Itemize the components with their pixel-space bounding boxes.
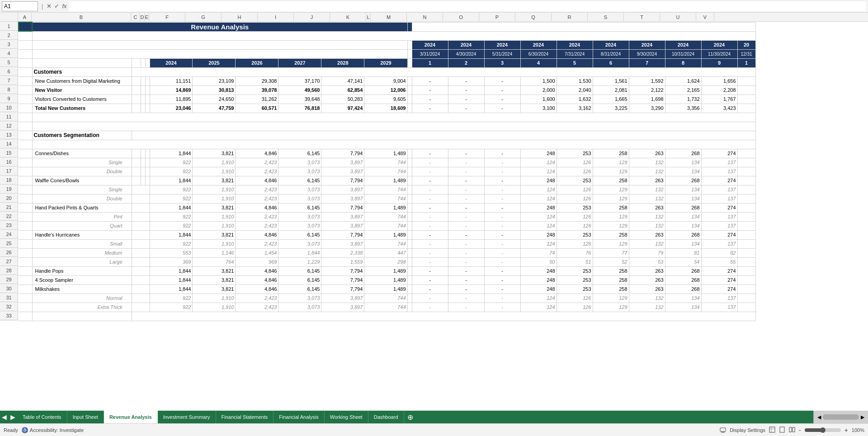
zoom-in-icon[interactable]: + xyxy=(844,427,848,434)
cell-B1[interactable]: Revenue Analysis xyxy=(32,22,407,31)
cell-K15: 1,489 xyxy=(364,149,407,158)
scroll-left-icon[interactable]: ◀ xyxy=(817,414,821,420)
grid-content[interactable]: Revenue Analysis 2024 2024 2024 2024 202… xyxy=(18,22,868,321)
cell-O18: - xyxy=(484,176,520,185)
row-num-14: 14 xyxy=(0,139,18,148)
col-L[interactable]: L xyxy=(366,13,371,21)
cell-H26: 1,454 xyxy=(236,248,278,257)
cell-B32: Extra Thick xyxy=(32,303,132,312)
col-K[interactable]: K xyxy=(330,13,366,21)
cell-G7: 23,109 xyxy=(193,76,236,85)
tab-table-of-contents[interactable]: Table of Contents xyxy=(17,411,67,423)
col-S[interactable]: S xyxy=(588,13,624,21)
display-icon-svg xyxy=(720,427,726,433)
cell-A12 xyxy=(19,122,32,131)
scroll-right-icon[interactable]: ▶ xyxy=(861,414,864,420)
col-Q[interactable]: Q xyxy=(515,13,552,21)
add-sheet-button[interactable]: ⊕ xyxy=(404,411,417,423)
cell-H8: 39,078 xyxy=(236,85,278,95)
col-B[interactable]: B xyxy=(32,13,131,21)
col-P[interactable]: P xyxy=(479,13,515,21)
cell-N9: - xyxy=(448,95,484,104)
col-I[interactable]: I xyxy=(258,13,294,21)
view-page-layout-icon[interactable] xyxy=(779,427,785,434)
cell-S32: 132 xyxy=(629,303,665,312)
cell-O22: - xyxy=(484,212,520,221)
cell-M32: - xyxy=(412,303,448,312)
formula-input[interactable] xyxy=(69,1,866,11)
cell-U5: 9 xyxy=(701,58,737,67)
zoom-slider[interactable] xyxy=(805,428,841,432)
cell-S4: 9/30/2024 xyxy=(629,49,665,58)
cell-B17: Double xyxy=(32,167,132,176)
cell-G19: 1,910 xyxy=(193,185,236,194)
cell-I22: 3,073 xyxy=(278,212,321,221)
zoom-out-icon[interactable]: - xyxy=(799,427,801,434)
cell-J9: 50,283 xyxy=(321,95,364,104)
col-C[interactable]: C xyxy=(131,13,140,21)
tab-dashboard[interactable]: Dashboard xyxy=(368,411,404,423)
cell-rest-6 xyxy=(132,67,755,76)
cell-V15 xyxy=(737,149,755,158)
cell-R18: 258 xyxy=(593,176,629,185)
cell-B9: Visitors Converted to Customers xyxy=(32,95,132,104)
cell-N7: - xyxy=(448,76,484,85)
zoom-thumb[interactable] xyxy=(820,427,826,433)
cell-Q28: 253 xyxy=(557,266,593,275)
col-J[interactable]: J xyxy=(294,13,330,21)
cell-O8: - xyxy=(484,85,520,95)
cell-F5: 2024 xyxy=(150,58,193,67)
row-num-30: 30 xyxy=(0,284,18,293)
col-E[interactable]: E xyxy=(145,13,149,21)
col-T[interactable]: T xyxy=(624,13,660,21)
tab-working-sheet[interactable]: Working Sheet xyxy=(325,411,368,423)
cell-M5: 1 xyxy=(412,58,448,67)
scroll-thumb[interactable] xyxy=(823,414,859,420)
col-A[interactable]: A xyxy=(18,13,32,21)
cell-A1[interactable] xyxy=(19,22,32,31)
cell-A24 xyxy=(19,230,32,239)
row-7: New Customers from Digital Marketing 11,… xyxy=(19,76,755,85)
tab-financial-analysis[interactable]: Financial Analysis xyxy=(274,411,324,423)
col-F[interactable]: F xyxy=(149,13,185,21)
col-G[interactable]: G xyxy=(185,13,222,21)
cell-O29: - xyxy=(484,275,520,284)
cell-B24: Handle's Hurricanes xyxy=(32,230,132,239)
cell-G25: 1,910 xyxy=(193,239,236,248)
tab-financial-statements[interactable]: Financial Statements xyxy=(216,411,274,423)
tab-input-sheet[interactable]: Input Sheet xyxy=(67,411,104,423)
col-D[interactable]: D xyxy=(140,13,145,21)
cell-N4: 4/30/2024 xyxy=(448,49,484,58)
tab-revenue-analysis[interactable]: Revenue Analysis xyxy=(104,411,158,423)
col-R[interactable]: R xyxy=(552,13,588,21)
accessibility-icon-svg: ♿ xyxy=(22,427,28,433)
tab-investment-summary[interactable]: Investment Summary xyxy=(158,411,216,423)
col-U[interactable]: U xyxy=(660,13,696,21)
cell-Q26: 76 xyxy=(557,248,593,257)
cell-Q27: 51 xyxy=(557,257,593,266)
cell-R5: 6 xyxy=(593,58,629,67)
cell-V17 xyxy=(737,167,755,176)
cell-A19 xyxy=(19,185,32,194)
cell-O20: - xyxy=(484,194,520,203)
row-num-19: 19 xyxy=(0,185,18,194)
cell-V5: 1 xyxy=(737,58,755,67)
view-normal-icon[interactable] xyxy=(769,427,775,434)
view-page-break-icon[interactable] xyxy=(789,427,795,434)
tab-scroll-left[interactable]: ◀ xyxy=(0,411,9,423)
col-H[interactable]: H xyxy=(222,13,258,21)
scrollbar-area[interactable]: ◀ ▶ xyxy=(813,411,868,423)
cell-N29: - xyxy=(448,275,484,284)
col-V[interactable]: V xyxy=(696,13,714,21)
col-O[interactable]: O xyxy=(443,13,479,21)
row-num-32: 32 xyxy=(0,302,18,311)
col-N[interactable]: N xyxy=(407,13,443,21)
cell-Q31: 126 xyxy=(557,294,593,303)
cell-L4 xyxy=(407,49,412,58)
cell-G8: 30,813 xyxy=(193,85,236,95)
row-9: Visitors Converted to Customers 11,895 2… xyxy=(19,95,755,104)
col-M[interactable]: M xyxy=(371,13,407,21)
cell-P31: 124 xyxy=(520,294,557,303)
tab-scroll-right[interactable]: ▶ xyxy=(9,411,17,423)
name-box[interactable] xyxy=(2,1,38,11)
